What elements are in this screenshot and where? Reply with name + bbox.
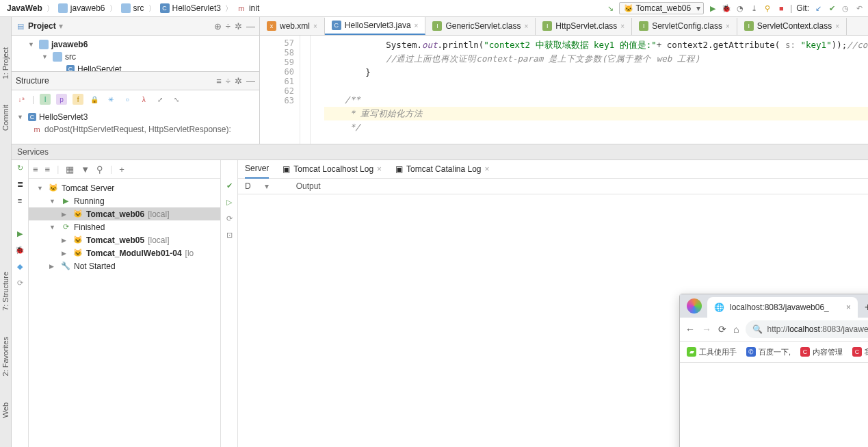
tab-webxml[interactable]: xweb.xml× <box>260 18 325 35</box>
new-tab-button[interactable]: + <box>865 301 868 314</box>
forward-button[interactable]: → <box>702 324 711 335</box>
svc-play-icon[interactable]: ▶ <box>15 229 25 238</box>
svc-play2-icon[interactable]: ▷ <box>224 197 234 207</box>
bm-3[interactable]: C我的主页 <box>852 347 868 357</box>
attach-icon[interactable]: ⚲ <box>763 3 772 13</box>
svc-tree[interactable]: ▼🐱Tomcat Server ▼▶Running ▶🐱Tomcat_web06… <box>29 179 220 447</box>
pin-icon[interactable]: ⚲ <box>96 164 103 175</box>
tab-helloservlet3[interactable]: CHelloServlet3.java× <box>325 17 426 35</box>
url-bar[interactable]: 🔍 http://localhost:8083/javaweb06_war_ex… <box>746 320 868 338</box>
stop-icon[interactable]: ■ <box>776 3 786 13</box>
filter2-icon[interactable]: ▼ <box>81 164 90 175</box>
hide2-icon[interactable]: — <box>246 76 255 86</box>
expand3-icon[interactable]: ≡ <box>33 164 38 175</box>
editor-tabs: xweb.xml× CHelloServlet3.java× IGenericS… <box>260 17 868 36</box>
services-title: Services <box>12 144 868 160</box>
run-config-combo[interactable]: 🐱 Tomcat_web06 <box>619 2 704 15</box>
svc-tab-log1[interactable]: ▣ Tomcat Localhost Log × <box>282 161 382 178</box>
project-tree[interactable]: ▼javaweb6 ▼src CHelloServlet <box>12 36 259 71</box>
tab-context[interactable]: IServletContext.class× <box>737 18 847 35</box>
bc-4[interactable]: minit <box>234 2 262 14</box>
git-label: Git: <box>796 3 809 13</box>
tab-structure[interactable]: 7: Structure <box>0 269 11 314</box>
profile-icon[interactable]: ⤓ <box>749 3 759 13</box>
struct-class[interactable]: HelloServlet3 <box>39 112 88 122</box>
gutter: 57585960616263 <box>260 36 300 144</box>
bc-1[interactable]: javaweb6 <box>55 2 108 14</box>
expand-icon[interactable]: ≡ <box>216 76 222 86</box>
home-button[interactable]: ⌂ <box>733 324 739 335</box>
svc-refresh2-icon[interactable]: ⟳ <box>224 214 234 223</box>
collapse-icon[interactable]: ÷ <box>226 21 231 31</box>
tab-project[interactable]: 1: Project <box>0 44 11 81</box>
git-commit-icon[interactable]: ✔ <box>827 3 837 13</box>
bc-0[interactable]: JavaWeb <box>4 2 45 14</box>
output-label: Output <box>296 181 321 191</box>
build-icon[interactable]: ↘ <box>605 3 615 13</box>
back-button[interactable]: ← <box>685 324 695 335</box>
collapse2-icon[interactable]: ÷ <box>226 76 231 86</box>
bm-2[interactable]: C内容管理 <box>800 347 843 357</box>
circle-icon[interactable]: ○ <box>122 94 133 105</box>
d-label[interactable]: D <box>245 181 251 191</box>
tab-config[interactable]: IServletConfig.class× <box>632 18 737 35</box>
m-icon[interactable]: ✳ <box>105 94 116 105</box>
scroll-icon[interactable]: ⤢ <box>155 94 166 105</box>
git-update-icon[interactable]: ↙ <box>813 3 823 13</box>
tab-web[interactable]: Web <box>0 400 11 420</box>
bm-0[interactable]: ▰工具使用手 <box>687 347 737 357</box>
top-toolbar: ↘ 🐱 Tomcat_web06 ▶ 🐞 ◔ ⤓ ⚲ ■ | Git: ↙ ✔ … <box>605 2 864 15</box>
gear2-icon[interactable]: ✲ <box>235 76 242 86</box>
browser-tab[interactable]: 🌐 localhost:8083/javaweb06_ × <box>707 297 858 318</box>
bc-2[interactable]: src <box>118 2 147 14</box>
svc-tab-log2[interactable]: ▣ Tomcat Catalina Log × <box>395 161 489 178</box>
services-panel: ↻ ≣ ≡ ▶ 🐞 ◆ ⟳ ≡ ≡ | ▦ ▼ ⚲ | + <box>12 160 868 447</box>
lock-icon[interactable]: 🔒 <box>89 94 100 105</box>
tab-http[interactable]: IHttpServlet.class× <box>536 18 632 35</box>
scroll2-icon[interactable]: ⤡ <box>171 94 182 105</box>
add-icon[interactable]: + <box>119 164 124 175</box>
svc-toolbar: ≡ ≡ | ▦ ▼ ⚲ | + <box>29 160 220 179</box>
svc-check-icon[interactable]: ✔ <box>224 181 234 190</box>
coverage-icon[interactable]: ◔ <box>735 3 745 13</box>
left-gutter: 1: Project Commit 7: Structure 2: Favori… <box>0 17 12 447</box>
bc-3[interactable]: CHelloServlet3 <box>157 2 224 14</box>
breadcrumb: JavaWeb〉 javaweb6〉 src〉 CHelloServlet3〉 … <box>4 2 605 14</box>
target-icon[interactable]: ⊕ <box>214 21 222 31</box>
editor: xweb.xml× CHelloServlet3.java× IGenericS… <box>260 17 868 144</box>
svc-debug-icon[interactable]: 🐞 <box>15 245 25 255</box>
tab-generic[interactable]: IGenericServlet.class× <box>425 18 536 35</box>
f-icon[interactable]: f <box>73 94 83 105</box>
reload-button[interactable]: ⟳ <box>718 324 726 335</box>
top-bar: JavaWeb〉 javaweb6〉 src〉 CHelloServlet3〉 … <box>0 0 868 17</box>
globe-icon: 🌐 <box>714 303 724 312</box>
svc-deploy-icon[interactable]: ◆ <box>15 261 25 271</box>
grid-icon[interactable]: ▦ <box>66 164 74 175</box>
lambda-icon[interactable]: λ <box>138 94 149 105</box>
code[interactable]: System.out.println("context2 中获取域数据 key1… <box>311 36 868 144</box>
svc-refresh-icon[interactable]: ⟳ <box>15 278 25 288</box>
svc-tab-server[interactable]: Server <box>245 160 269 179</box>
tab-favorites[interactable]: 2: Favorites <box>0 334 11 379</box>
svc-rerun-icon[interactable]: ↻ <box>15 163 25 173</box>
structure-toolbar: ↓ᵃ | I p f 🔒 ✳ ○ λ ⤢ ⤡ <box>12 90 259 108</box>
browser-window: 🌐 localhost:8083/javaweb06_ × + 1 ← → ⟳ … <box>679 294 868 447</box>
svc-artifact-icon[interactable]: ⊡ <box>224 230 234 240</box>
tab-commit[interactable]: Commit <box>0 102 11 133</box>
project-title: Project <box>28 21 56 31</box>
i-icon[interactable]: I <box>40 94 51 105</box>
run-icon[interactable]: ▶ <box>708 3 718 13</box>
sort-icon[interactable]: ↓ᵃ <box>16 94 27 105</box>
collapse3-icon[interactable]: ≡ <box>45 164 51 175</box>
git-history-icon[interactable]: ◷ <box>841 3 850 13</box>
debug-icon[interactable]: 🐞 <box>722 3 731 13</box>
bm-1[interactable]: ✆百度一下, <box>746 347 791 357</box>
struct-method[interactable]: doPost(HttpServletRequest, HttpServletRe… <box>44 125 231 134</box>
svc-filter-icon[interactable]: ≣ <box>15 179 25 189</box>
gear-icon[interactable]: ✲ <box>235 21 242 31</box>
svc-stop2-icon[interactable]: ≡ <box>15 196 25 205</box>
bookmarks-bar: ▰工具使用手 ✆百度一下, C内容管理 C我的主页 ◎终于等到 ▸菜鸟教程 - … <box>680 342 868 363</box>
p-icon[interactable]: p <box>56 94 67 105</box>
git-revert-icon[interactable]: ↶ <box>854 3 864 13</box>
hide-icon[interactable]: — <box>246 21 255 31</box>
